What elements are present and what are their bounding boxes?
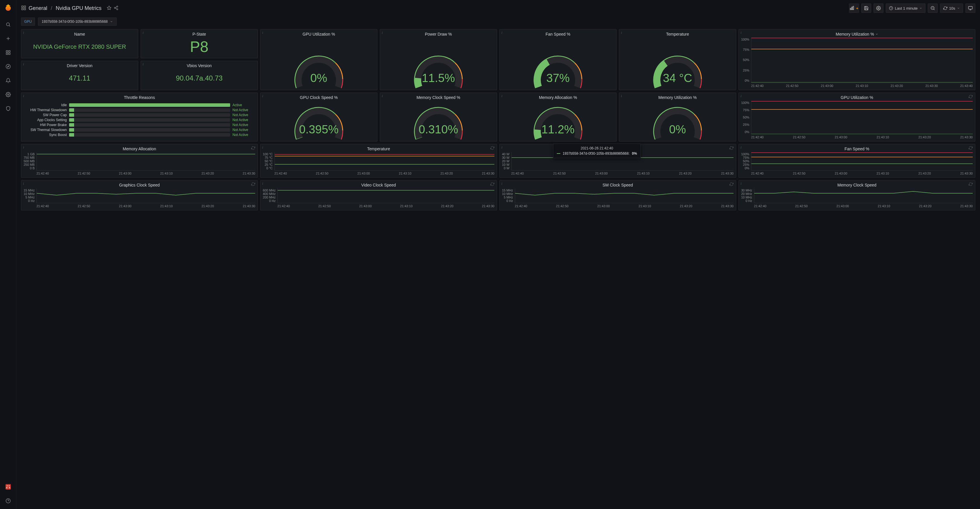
throttle-label: SW Power Cap (26, 113, 67, 117)
tooltip-series-name: 1937b558-347d-0f30-105b-893b98985668: (563, 152, 630, 156)
explore-icon[interactable] (2, 61, 14, 72)
breadcrumb-dashboard[interactable]: Nvidia GPU Metrics (56, 5, 102, 11)
panel-mem-clock-gauge[interactable]: i Memory Clock Speed % 0.310% (380, 93, 497, 142)
panel-gfx-clock-ts[interactable]: i Graphics Clock Speed 15 MHz10 MHz5 MHz… (21, 180, 258, 211)
plot-area[interactable] (37, 152, 255, 171)
add-panel-button[interactable]: + (849, 3, 859, 13)
y-axis: 40 W30 W20 W10 W0 W (502, 152, 511, 175)
timepicker-button[interactable]: Last 1 minute (886, 3, 926, 13)
help-icon[interactable] (2, 495, 14, 507)
throttle-status: Not Active (232, 113, 253, 117)
tooltip-series-color (557, 153, 560, 154)
plot-area[interactable] (754, 188, 973, 203)
breadcrumb-folder[interactable]: General (29, 5, 47, 11)
panel-mem-util-gauge[interactable]: i Memory Utilization % 0% (619, 93, 736, 142)
stat-value: P8 (190, 38, 208, 56)
variable-dropdown[interactable]: 1937b558-347d-0f30-105b-893b98985668 (38, 18, 117, 26)
variable-label: GPU (21, 18, 35, 26)
panel-gpu-util-gauge[interactable]: i GPU Utilization % 0% (260, 29, 377, 90)
alerting-icon[interactable] (2, 75, 14, 86)
throttle-status: Not Active (232, 133, 253, 137)
avatar-icon[interactable] (2, 481, 14, 493)
throttle-bar (69, 108, 230, 112)
panel-driver[interactable]: i Driver Version 471.11 (21, 61, 138, 90)
grafana-logo[interactable] (3, 3, 13, 13)
gauge-value: 11.5% (412, 72, 465, 85)
throttle-label: HW Thermal Slowdown (26, 108, 67, 112)
panel-throttle[interactable]: i Throttle Reasons Idle ActiveHW Thermal… (21, 93, 258, 142)
panel-name[interactable]: i Name NVIDIA GeForce RTX 2080 SUPER (21, 29, 138, 58)
panel-fan-ts[interactable]: i Fan Speed % 100%75%50%25%0% 21:42:4021… (738, 144, 975, 178)
svg-rect-11 (5, 484, 11, 490)
panel-title: Fan Speed % (546, 32, 571, 37)
panel-vid-clock-ts[interactable]: i Video Clock Speed 600 MHz400 MHz200 MH… (260, 180, 497, 211)
panel-title: Video Clock Speed (361, 183, 396, 187)
svg-rect-29 (852, 7, 853, 10)
variable-value: 1937b558-347d-0f30-105b-893b98985668 (42, 19, 108, 24)
gauge-value: 0.395% (293, 123, 345, 136)
dashboards-icon[interactable] (2, 47, 14, 58)
panel-pstate[interactable]: i P-State P8 (141, 29, 258, 58)
zoom-out-button[interactable] (928, 3, 938, 13)
svg-point-8 (6, 64, 10, 69)
svg-marker-9 (7, 65, 9, 67)
panel-fan-speed-gauge[interactable]: i Fan Speed % 37% (500, 29, 617, 90)
panel-temperature-gauge[interactable]: i Temperature 34 °C (619, 29, 736, 90)
shield-icon[interactable] (2, 103, 14, 115)
dashboard-grid: i Name NVIDIA GeForce RTX 2080 SUPER i P… (16, 29, 980, 215)
panel-title: Fan Speed % (845, 147, 869, 151)
plot-area[interactable] (751, 101, 973, 134)
y-axis: 600 MHz400 MHz200 MHz0 Hz (263, 188, 277, 208)
svg-rect-30 (853, 6, 854, 10)
panel-mem-util-ts[interactable]: i Memory Utilization % 100%75%50%25%0% 2… (738, 29, 975, 90)
gauge-value: 34 °C (651, 72, 704, 85)
x-axis: 21:42:4021:42:5021:43:0021:43:1021:43:20… (751, 83, 973, 88)
x-axis: 21:42:4021:42:5021:43:0021:43:1021:43:20… (37, 171, 255, 175)
share-icon[interactable] (114, 6, 118, 11)
plot-area[interactable] (751, 38, 973, 83)
throttle-label: SW Thermal Slowdown (26, 128, 67, 132)
panel-mem-clock-ts[interactable]: i Memory Clock Speed 30 MHz20 MHz10 MHz0… (738, 180, 975, 211)
throttle-row: App Clocks Setting Not Active (26, 118, 253, 122)
dashboard-grid-icon[interactable] (21, 5, 26, 11)
plot-area[interactable] (277, 188, 495, 203)
plot-area[interactable] (515, 188, 733, 203)
panel-sm-clock-ts[interactable]: i SM Clock Speed 15 MHz10 MHz5 MHz0 Hz 2… (500, 180, 736, 211)
plus-icon[interactable] (2, 33, 14, 45)
panel-gpu-util-ts[interactable]: i GPU Utilization % 100%75%50%25%0% 21:4… (738, 93, 975, 142)
throttle-status: Not Active (232, 108, 253, 112)
tv-mode-button[interactable] (966, 3, 975, 13)
svg-point-25 (117, 8, 118, 10)
panel-title: Memory Allocation (123, 147, 156, 151)
panel-title: GPU Clock Speed % (300, 95, 338, 100)
panel-title: GPU Utilization % (302, 32, 335, 37)
svg-point-23 (117, 6, 118, 7)
panel-title: Memory Clock Speed % (417, 95, 460, 100)
star-icon[interactable] (107, 6, 111, 11)
throttle-row: HW Thermal Slowdown Not Active (26, 108, 253, 112)
save-button[interactable] (861, 3, 871, 13)
throttle-status: Not Active (232, 128, 253, 132)
panel-power-draw-gauge[interactable]: i Power Draw % 11.5% (380, 29, 497, 90)
search-icon[interactable] (2, 19, 14, 30)
refresh-button[interactable]: 10s (940, 3, 963, 13)
plot-area[interactable] (274, 152, 495, 171)
plot-area[interactable] (37, 188, 255, 203)
timepicker-label: Last 1 minute (895, 6, 918, 11)
svg-rect-19 (24, 6, 25, 7)
panel-mem-alloc-gauge[interactable]: i Memory Allocation % 11.2% (500, 93, 617, 142)
svg-rect-28 (850, 8, 851, 10)
panel-gpu-clock-gauge[interactable]: i GPU Clock Speed % 0.395% (260, 93, 377, 142)
svg-marker-22 (107, 6, 111, 10)
plot-area[interactable] (751, 152, 973, 171)
settings-button[interactable] (873, 3, 883, 13)
x-axis: 21:42:4021:42:5021:43:0021:43:1021:43:20… (274, 171, 495, 175)
panel-vbios[interactable]: i Vbios Version 90.04.7a.40.73 (141, 61, 258, 90)
y-axis: 100 °C75 °C50 °C25 °C0 °C (263, 152, 274, 175)
panel-title: Temperature (367, 147, 390, 151)
panel-title: Memory Utilization % (835, 32, 874, 37)
configuration-icon[interactable] (2, 89, 14, 101)
panel-mem-alloc-ts[interactable]: i Memory Allocation 1 GB750 MB500 MB250 … (21, 144, 258, 178)
panel-temp-ts[interactable]: i Temperature 100 °C75 °C50 °C25 °C0 °C … (260, 144, 497, 178)
stat-value: 90.04.7a.40.73 (176, 74, 223, 83)
